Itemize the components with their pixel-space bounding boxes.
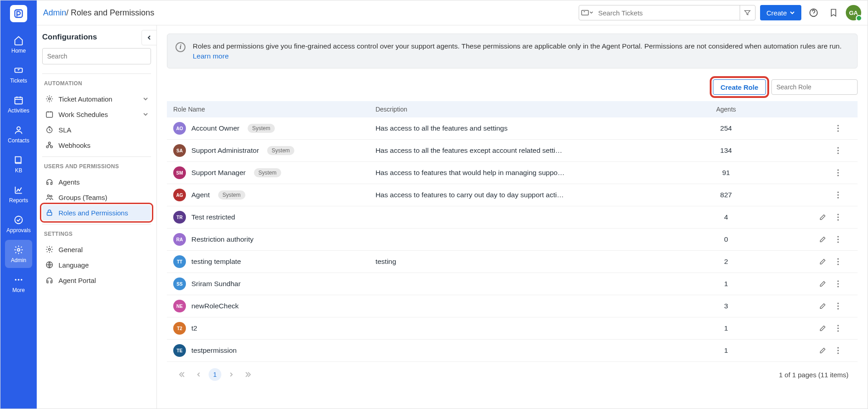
gear-icon: [13, 244, 24, 255]
app-logo[interactable]: [10, 5, 27, 22]
role-agents-count: 1: [676, 317, 776, 340]
pager-last[interactable]: [241, 368, 254, 381]
group-label-automation: AUTOMATION: [44, 80, 149, 87]
nav-contacts[interactable]: Contacts: [5, 120, 32, 148]
svg-point-46: [838, 303, 839, 304]
role-agents-count: 91: [676, 162, 776, 184]
table-row[interactable]: RA Restriction authority 0: [167, 229, 858, 251]
config-item-agent-portal[interactable]: Agent Portal: [42, 273, 151, 288]
nav-tickets[interactable]: Tickets: [5, 60, 32, 88]
system-pill: System: [248, 124, 275, 133]
info-banner: i Roles and permissions give you fine-gr…: [167, 34, 858, 68]
svg-point-40: [838, 258, 839, 260]
role-name: t2: [191, 324, 197, 332]
row-more-button[interactable]: [832, 345, 844, 356]
config-item-sla[interactable]: SLA: [42, 122, 151, 137]
table-row[interactable]: AG Agent System Has access to features t…: [167, 184, 858, 206]
config-item-agents[interactable]: Agents: [42, 174, 151, 190]
user-icon: [13, 125, 24, 136]
svg-point-48: [838, 308, 839, 310]
pager-next[interactable]: [225, 368, 238, 381]
search-input[interactable]: [595, 5, 740, 20]
nav-admin[interactable]: Admin: [5, 240, 32, 268]
edit-button[interactable]: [817, 322, 829, 334]
svg-point-45: [838, 286, 839, 287]
table-row[interactable]: NE newRoleCheck 3: [167, 295, 858, 317]
global-search[interactable]: [579, 5, 756, 20]
pager-current[interactable]: 1: [209, 368, 221, 381]
row-more-button[interactable]: [832, 278, 844, 290]
table-row[interactable]: T2 t2 1: [167, 317, 858, 340]
svg-point-29: [838, 172, 839, 174]
config-item-language[interactable]: Language: [42, 257, 151, 273]
collapse-sidebar-button[interactable]: [141, 30, 157, 45]
table-row[interactable]: AO Account Owner System Has access to al…: [167, 117, 858, 140]
group-label-users: USERS AND PERMISSIONS: [44, 163, 149, 170]
nav-activities[interactable]: Activities: [5, 90, 32, 118]
edit-button[interactable]: [817, 345, 829, 356]
config-item-ticket-automation[interactable]: Ticket Automation: [42, 91, 151, 107]
row-more-button[interactable]: [832, 145, 844, 156]
config-item-webhooks[interactable]: Webhooks: [42, 137, 151, 153]
breadcrumb-root[interactable]: Admin: [43, 8, 66, 17]
edit-button[interactable]: [817, 211, 829, 223]
config-item-work-schedules[interactable]: Work Schedules: [42, 107, 151, 122]
nav-kb[interactable]: KB: [5, 150, 32, 178]
bookmark-button[interactable]: [826, 5, 841, 20]
row-more-button[interactable]: [832, 167, 844, 179]
nav-label: Contacts: [8, 137, 29, 144]
help-button[interactable]: [806, 5, 821, 20]
nav-more[interactable]: More: [5, 270, 32, 298]
chevron-left-icon: [146, 35, 152, 40]
search-role-input[interactable]: [771, 79, 858, 95]
row-more-button[interactable]: [832, 300, 844, 312]
table-row[interactable]: SA Support Administrator System Has acce…: [167, 140, 858, 162]
config-item-label: Roles and Permissions: [59, 209, 128, 217]
config-item-groups[interactable]: Groups (Teams): [42, 190, 151, 205]
table-row[interactable]: TE testpermission 1: [167, 340, 858, 362]
ticket-search-type-icon[interactable]: [579, 10, 595, 16]
edit-button[interactable]: [817, 234, 829, 245]
learn-more-link[interactable]: Learn more: [193, 52, 229, 60]
home-icon: [13, 35, 24, 46]
table-row[interactable]: SM Support Manager System Has access to …: [167, 162, 858, 184]
row-more-button[interactable]: [832, 189, 844, 201]
row-more-button[interactable]: [832, 122, 844, 134]
nav-reports[interactable]: Reports: [5, 180, 32, 208]
nav-home[interactable]: Home: [5, 30, 32, 58]
svg-point-54: [838, 353, 839, 354]
table-row[interactable]: TT testing template testing 2: [167, 251, 858, 273]
edit-button[interactable]: [817, 300, 829, 312]
svg-rect-9: [581, 10, 588, 15]
nav-approvals[interactable]: Approvals: [5, 210, 32, 238]
config-item-general[interactable]: General: [42, 242, 151, 257]
role-description: Has access to features that would help i…: [375, 169, 566, 177]
user-avatar[interactable]: GA: [846, 5, 861, 20]
create-role-button[interactable]: Create Role: [713, 79, 766, 95]
config-item-roles-permissions[interactable]: Roles and Permissions: [42, 205, 151, 220]
edit-button[interactable]: [817, 278, 829, 290]
role-avatar: SA: [173, 144, 186, 157]
pager-first[interactable]: [176, 368, 189, 381]
row-more-button[interactable]: [832, 211, 844, 223]
table-row[interactable]: TR Test restricted 4: [167, 206, 858, 229]
pager-info: 1 of 1 pages (11 items): [779, 371, 848, 379]
row-more-button[interactable]: [832, 256, 844, 268]
role-avatar: AG: [173, 189, 186, 201]
row-more-button[interactable]: [832, 234, 844, 245]
pagination: 1 1 of 1 pages (11 items): [167, 362, 858, 384]
role-avatar: AO: [173, 122, 186, 135]
check-circle-icon: [13, 214, 24, 225]
pager-prev[interactable]: [192, 368, 205, 381]
th-role-name: Role Name: [167, 101, 369, 117]
edit-button[interactable]: [817, 256, 829, 268]
svg-point-26: [838, 150, 839, 151]
row-more-button[interactable]: [832, 322, 844, 334]
svg-point-36: [838, 219, 839, 221]
filter-icon[interactable]: [740, 5, 755, 20]
config-search-input[interactable]: [42, 48, 151, 64]
table-row[interactable]: SS Sriram Sundhar 1: [167, 273, 858, 295]
config-item-label: Webhooks: [59, 141, 91, 149]
create-button[interactable]: Create: [760, 5, 801, 20]
svg-point-49: [838, 325, 839, 326]
